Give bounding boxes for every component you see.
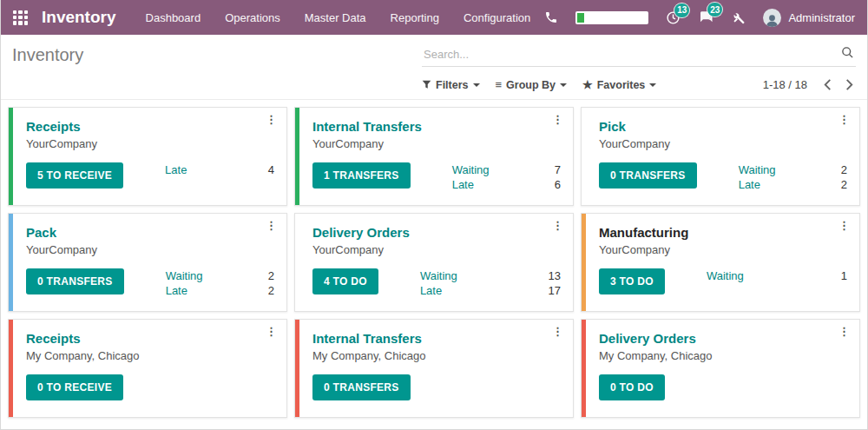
card-action-button[interactable]: 4 TO DO	[312, 268, 378, 294]
card-accent-bar	[295, 214, 299, 311]
pager-range: 1-18 / 18	[763, 78, 807, 91]
stat-label[interactable]: Waiting	[166, 269, 203, 282]
kebab-menu-icon[interactable]: ⋮	[552, 220, 563, 232]
card-title[interactable]: Internal Transfers	[312, 119, 422, 134]
stat-label[interactable]: Late	[739, 178, 760, 191]
card-stats	[165, 374, 274, 375]
kebab-menu-icon[interactable]: ⋮	[838, 326, 850, 338]
search-input[interactable]	[422, 43, 856, 67]
kebab-menu-icon[interactable]: ⋮	[266, 220, 277, 232]
stat-label[interactable]: Late	[165, 163, 187, 176]
card-body: 4 TO DO Waiting13Late17	[312, 268, 561, 297]
stat-label[interactable]: Waiting	[452, 163, 490, 176]
menu-item-reporting[interactable]: Reporting	[391, 11, 439, 24]
stat-value[interactable]: 4	[268, 163, 274, 176]
menu-item-dashboard[interactable]: Dashboard	[146, 11, 201, 24]
user-menu[interactable]: Administrator	[763, 9, 855, 27]
kebab-menu-icon[interactable]: ⋮	[266, 326, 277, 338]
menu-item-configuration[interactable]: Configuration	[464, 11, 530, 24]
filters-button[interactable]: Filters	[422, 79, 480, 91]
stat-row: Waiting1	[707, 269, 847, 282]
operation-type-card: Pick YourCompany 0 TRANSFERS Waiting2Lat…	[581, 107, 860, 206]
pager-previous-icon[interactable]	[821, 77, 834, 92]
chevron-down-icon	[649, 83, 656, 87]
activities-count-badge: 13	[674, 3, 689, 17]
pager: 1-18 / 18	[763, 77, 856, 92]
card-title[interactable]: Receipts	[26, 331, 81, 346]
phone-icon[interactable]	[544, 10, 558, 24]
stat-value[interactable]: 2	[268, 269, 274, 282]
filters-label: Filters	[436, 79, 469, 91]
card-title[interactable]: Delivery Orders	[599, 331, 696, 346]
card-company: YourCompany	[312, 243, 561, 256]
card-action-button[interactable]: 0 TRANSFERS	[599, 162, 697, 189]
card-body: 0 TO DO	[599, 374, 847, 400]
kebab-menu-icon[interactable]: ⋮	[838, 220, 850, 232]
stat-label[interactable]: Waiting	[739, 163, 776, 176]
stat-label[interactable]: Late	[420, 284, 442, 297]
card-company: My Company, Chicago	[599, 349, 847, 362]
card-company: YourCompany	[599, 243, 847, 256]
stat-label[interactable]: Late	[166, 284, 187, 297]
card-action-button[interactable]: 0 TO DO	[599, 374, 665, 400]
stat-value[interactable]: 13	[549, 269, 561, 282]
stat-value[interactable]: 2	[841, 163, 847, 176]
card-title[interactable]: Pack	[26, 225, 56, 240]
star-icon: ★	[582, 79, 593, 90]
menu-item-master-data[interactable]: Master Data	[305, 11, 366, 24]
card-accent-bar	[582, 320, 586, 417]
stat-value[interactable]: 7	[555, 163, 561, 176]
inventory-dashboard: Inventory Dashboard Operations Master Da…	[0, 0, 868, 430]
card-stats: Waiting13Late17	[420, 268, 561, 297]
filter-funnel-icon	[422, 80, 431, 89]
stat-label[interactable]: Waiting	[707, 269, 744, 282]
top-navbar: Inventory Dashboard Operations Master Da…	[1, 0, 867, 35]
card-stats	[452, 374, 561, 375]
kebab-menu-icon[interactable]: ⋮	[552, 326, 563, 338]
stat-value[interactable]: 17	[549, 284, 561, 297]
favorites-button[interactable]: ★ Favorites	[582, 79, 656, 91]
stat-value[interactable]: 6	[555, 178, 561, 191]
card-stats: Waiting1	[707, 268, 847, 282]
app-title[interactable]: Inventory	[42, 8, 116, 27]
kebab-menu-icon[interactable]: ⋮	[266, 114, 277, 126]
stat-value[interactable]: 2	[841, 178, 847, 191]
group-by-button[interactable]: ≡ Group By	[496, 79, 568, 91]
card-action-button[interactable]: 0 TRANSFERS	[26, 268, 124, 294]
breadcrumb[interactable]: Inventory	[12, 43, 422, 65]
activities-icon[interactable]: 13	[666, 10, 681, 25]
card-stats: Waiting2Late2	[166, 268, 274, 297]
kebab-menu-icon[interactable]: ⋮	[838, 114, 850, 126]
card-action-button[interactable]: 0 TO RECEIVE	[26, 374, 123, 400]
messages-icon[interactable]: 23	[698, 10, 713, 25]
stat-label[interactable]: Late	[452, 178, 474, 191]
card-title[interactable]: Delivery Orders	[312, 225, 410, 240]
card-body: 0 TRANSFERS Waiting2Late2	[26, 268, 274, 297]
timesheet-progress-bar[interactable]	[575, 11, 648, 24]
card-title[interactable]: Pick	[599, 119, 626, 134]
stat-value[interactable]: 1	[841, 269, 847, 282]
main-menu: Dashboard Operations Master Data Reporti…	[146, 11, 531, 24]
search-box	[422, 43, 856, 67]
search-icon[interactable]	[841, 46, 854, 63]
operation-type-card: Internal Transfers YourCompany 1 TRANSFE…	[294, 107, 574, 206]
card-action-button[interactable]: 1 TRANSFERS	[312, 162, 411, 189]
card-title[interactable]: Internal Transfers	[312, 331, 422, 346]
stat-value[interactable]: 2	[268, 284, 274, 297]
card-title[interactable]: Receipts	[26, 119, 81, 134]
stat-label[interactable]: Waiting	[420, 269, 457, 282]
menu-item-operations[interactable]: Operations	[225, 11, 280, 24]
group-by-label: Group By	[506, 79, 556, 91]
pager-next-icon[interactable]	[843, 77, 856, 92]
kebab-menu-icon[interactable]: ⋮	[552, 114, 563, 126]
card-action-button[interactable]: 3 TO DO	[599, 268, 665, 294]
card-action-button[interactable]: 5 TO RECEIVE	[26, 162, 123, 189]
card-company: YourCompany	[26, 243, 274, 256]
tools-icon[interactable]	[731, 10, 746, 25]
card-title[interactable]: Manufacturing	[599, 225, 688, 240]
card-action-button[interactable]: 0 TRANSFERS	[312, 374, 411, 400]
stat-row: Late2	[739, 178, 847, 191]
card-company: My Company, Chicago	[312, 349, 561, 362]
apps-menu-icon[interactable]	[13, 10, 28, 25]
card-accent-bar	[9, 108, 13, 205]
